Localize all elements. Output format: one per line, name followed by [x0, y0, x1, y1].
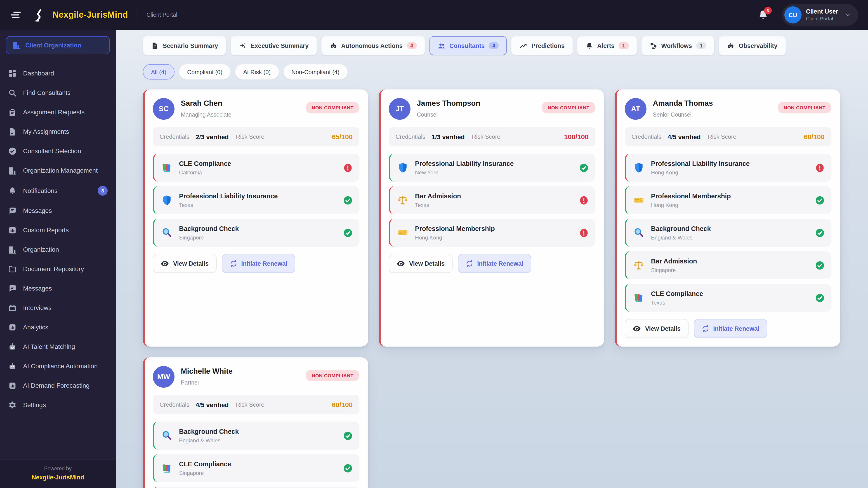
initiate-renewal-button[interactable]: Initiate Renewal: [222, 254, 295, 273]
chat-icon: [8, 284, 17, 293]
credential-row: Professional Liability InsuranceNew York: [389, 154, 595, 182]
sidebar-item-dashboard[interactable]: Dashboard: [0, 64, 116, 83]
sidebar-item-find-consultants[interactable]: Find Consultants: [0, 83, 116, 103]
tab-scenario-summary[interactable]: Scenario Summary: [143, 36, 226, 55]
bell-icon: [585, 42, 593, 50]
filter-chip-compliant-0-[interactable]: Compliant (0): [179, 64, 230, 79]
sidebar-item-interviews[interactable]: Interviews: [0, 298, 116, 318]
avatar: JT: [389, 98, 410, 120]
sidebar-item-ai-compliance-automation[interactable]: AI Compliance Automation: [0, 357, 116, 376]
tab-autonomous-actions[interactable]: Autonomous Actions4: [321, 36, 425, 55]
consultant-name: Amanda Thomas: [653, 99, 713, 107]
app-root: Nexgile-JurisMind Client Portal 3 CU Cli…: [0, 0, 868, 488]
view-details-button[interactable]: View Details: [389, 254, 452, 273]
credential-row: Professional Liability InsuranceTexas: [153, 186, 360, 214]
credentials-label: Credentials: [631, 133, 661, 140]
credential-name: Bar Admission: [651, 257, 697, 265]
risk-score-label: Risk Score: [472, 133, 500, 140]
credential-name: Professional Liability Insurance: [415, 160, 514, 167]
credential-jurisdiction: New York: [415, 169, 514, 175]
sidebar-item-ai-talent-matching[interactable]: AI Talent Matching: [0, 337, 116, 357]
sidebar-item-document-repository[interactable]: Document Repository: [0, 259, 116, 279]
sidebar-item-assignment-requests[interactable]: Assignment Requests: [0, 103, 116, 122]
avatar: SC: [153, 98, 175, 120]
check-circle-icon: [8, 147, 17, 156]
ticket-icon: [397, 227, 409, 238]
main-content: Scenario SummaryExecutive SummaryAutonom…: [116, 30, 868, 488]
credential-row: Professional Liability Insurance: [153, 487, 360, 488]
header-divider: [137, 9, 137, 20]
user-menu[interactable]: CU Client User Client Portal: [782, 4, 858, 26]
credential-row: Bar AdmissionSingapore: [625, 251, 831, 279]
tab-predictions[interactable]: Predictions: [512, 36, 573, 55]
tab-bar: Scenario SummaryExecutive SummaryAutonom…: [143, 36, 840, 55]
risk-score-value: 60/100: [332, 401, 352, 409]
filter-chip-all-4-[interactable]: All (4): [143, 64, 175, 79]
magnifier-icon: [161, 430, 173, 442]
sidebar-item-label: Document Repository: [23, 265, 84, 273]
tab-executive-summary[interactable]: Executive Summary: [231, 36, 317, 55]
tab-alerts[interactable]: Alerts1: [577, 36, 637, 55]
status-valid-icon: [343, 431, 352, 440]
credential-jurisdiction: Hong Kong: [651, 169, 750, 175]
status-badge: NON COMPLIANT: [306, 102, 360, 113]
chat-icon: [8, 206, 17, 215]
notifications-bell-icon[interactable]: 3: [757, 9, 768, 20]
tab-label: Alerts: [597, 42, 615, 49]
sidebar-item-custom-reports[interactable]: Custom Reports: [0, 221, 116, 240]
sidebar-item-label: Organization: [23, 246, 59, 254]
sidebar-item-messages[interactable]: Messages: [0, 201, 116, 221]
tab-consultants[interactable]: Consultants4: [430, 36, 507, 55]
workflow-icon: [649, 42, 657, 50]
sidebar-item-organization-management[interactable]: Organization Management: [0, 161, 116, 180]
status-invalid-icon: [815, 163, 825, 172]
sidebar-item-notifications[interactable]: Notifications3: [0, 180, 116, 201]
search-icon: [8, 89, 17, 97]
hamburger-menu-icon[interactable]: [10, 9, 22, 21]
sidebar-item-consultant-selection[interactable]: Consultant Selection: [0, 141, 116, 161]
sidebar-item-messages[interactable]: Messages: [0, 279, 116, 298]
initiate-renewal-button[interactable]: Initiate Renewal: [694, 319, 767, 338]
credential-jurisdiction: Texas: [179, 202, 278, 208]
sidebar-item-analytics[interactable]: Analytics: [0, 318, 116, 337]
sidebar-item-label: Custom Reports: [23, 226, 69, 234]
view-details-label: View Details: [645, 325, 681, 332]
consultant-name: Michelle White: [181, 367, 232, 376]
sidebar-item-ai-demand-forecasting[interactable]: AI Demand Forecasting: [0, 376, 116, 395]
brand-title: Nexgile-JurisMind: [53, 10, 128, 20]
sidebar-item-organization[interactable]: Organization: [0, 240, 116, 259]
sidebar-item-my-assignments[interactable]: My Assignments: [0, 122, 116, 141]
credential-name: Professional Liability Insurance: [179, 192, 278, 199]
consultant-title: Partner: [181, 380, 232, 386]
status-badge: NON COMPLIANT: [306, 369, 360, 381]
sidebar-item-client-organization[interactable]: Client Organization: [6, 36, 110, 54]
credential-name: Professional Liability Insurance: [651, 160, 750, 167]
refresh-icon: [229, 260, 237, 267]
credentials-value: 2/3 verified: [196, 133, 229, 140]
tab-workflows[interactable]: Workflows1: [641, 36, 714, 55]
consultant-name: Sarah Chen: [181, 99, 231, 107]
powered-by-brand: Nexgile-JurisMind: [0, 474, 116, 481]
credential-row: CLE ComplianceTexas: [625, 284, 831, 312]
clipboard-icon: [8, 108, 17, 117]
sidebar-footer: Powered by Nexgile-JurisMind: [0, 459, 116, 488]
filter-chip-non-compliant-4-[interactable]: Non-Compliant (4): [283, 64, 347, 79]
status-valid-icon: [815, 228, 825, 237]
tab-count-badge: 1: [696, 42, 706, 49]
shield-icon: [633, 162, 645, 173]
bar-chart-icon: [8, 226, 17, 234]
tab-observability[interactable]: Observability: [719, 36, 785, 55]
view-details-button[interactable]: View Details: [153, 254, 216, 273]
status-invalid-icon: [343, 163, 352, 172]
sidebar-item-label: Organization Management: [23, 166, 98, 175]
view-details-button[interactable]: View Details: [625, 319, 688, 338]
magnifier-icon: [633, 227, 645, 238]
initiate-renewal-button[interactable]: Initiate Renewal: [458, 254, 531, 273]
shield-icon: [161, 194, 173, 206]
filter-chip-at-risk-0-[interactable]: At Risk (0): [235, 64, 279, 79]
sidebar-item-settings[interactable]: Settings: [0, 395, 116, 415]
calendar-icon: [8, 304, 17, 312]
analytics-icon: [8, 323, 17, 332]
avatar: MW: [153, 366, 175, 388]
scales-icon: [397, 194, 409, 206]
